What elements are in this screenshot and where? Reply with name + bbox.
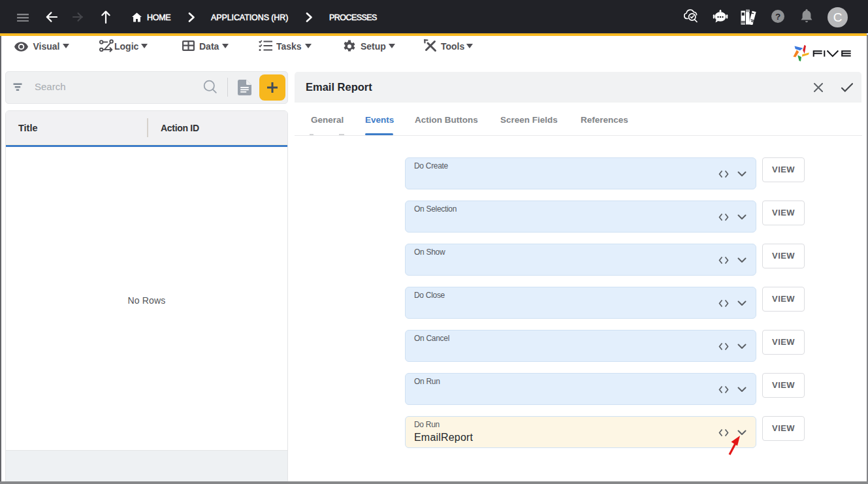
svg-text:?: ? [775,11,780,21]
